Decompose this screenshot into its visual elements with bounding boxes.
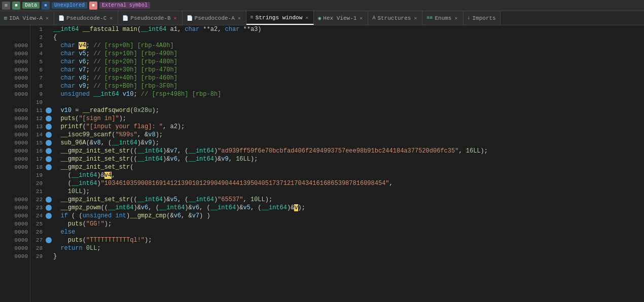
external-icon[interactable]: ■ [89,2,97,10]
tab-hex-close[interactable]: ✕ [359,15,364,21]
code-line-26: 26 else [30,228,644,236]
code-line-11: 11 v10 = __readfsqword(0x28u); [30,106,644,115]
code-line-21: 21 10LL); [30,187,644,196]
tab-pseudocode-a[interactable]: 📄 Pseudocode-A ✕ [183,11,246,25]
addr-row [0,33,30,42]
code-line-6: 6 char v7; // [rsp+30h] [rbp-470h] [30,66,644,74]
tab-hex-label: Hex View-1 [323,15,356,21]
tab-pseudocode-c-close[interactable]: ✕ [109,15,114,21]
addr-row: 0000 [0,163,30,171]
code-line-12: 12 puts("[sign in]"); [30,115,644,123]
addr-row: 0000 [0,196,30,204]
addr-row: 0000 [0,244,30,252]
addr-row: 0000 [0,82,30,90]
addr-row: 0000 [0,155,30,163]
addr-row: 0000 [0,228,30,236]
code-line-16: 16 __gmpz_init_set_str((__int64)&v7, (__… [30,147,644,155]
code-line-8: 8 char v9; // [rsp+B0h] [rbp-3F0h] [30,82,644,90]
addr-row [0,171,30,179]
tab-imports[interactable]: ↓ Imports [463,11,500,25]
unexplored-tag: Unexplored [52,2,87,9]
code-line-24: 24 if ( (unsigned int)__gmpz_cmp(&v6, &v… [30,212,644,220]
strings-icon: ≡ [251,15,254,20]
addr-row: 0000 [0,115,30,123]
addr-row: 0000 [0,147,30,155]
tab-bar: ⊞ IDA View-A ✕ 📄 Pseudocode-C ✕ 📄 Pseudo… [0,11,644,25]
data-tag: Data [22,2,40,9]
code-line-1: 1 __int64 __fastcall main(__int64 a1, ch… [30,25,644,33]
top-bar: ⊞ ■ Data ■ Unexplored ■ External symbol [0,0,644,11]
addr-row: 0000 [0,66,30,74]
tab-pseudocode-a-label: Pseudocode-A [195,15,235,21]
tab-structures[interactable]: A Structures ✕ [368,11,422,25]
tab-pseudocode-b-close[interactable]: ✕ [173,15,178,21]
main-content: 0000 0000 0000 0000 0000 0000 0000 0000 … [0,25,644,302]
addr-row: 0000 [0,106,30,115]
addr-row [0,98,30,106]
code-lines: 1 __int64 __fastcall main(__int64 a1, ch… [30,25,644,260]
addr-row [0,187,30,196]
tab-ida-label: IDA View-A [9,15,43,21]
tab-ida-close[interactable]: ✕ [45,15,50,21]
grid-icon[interactable]: ⊞ [2,2,10,10]
code-line-18: 18 __gmpz_init_set_str( [30,163,644,171]
top-bar-icons: ⊞ ■ Data ■ Unexplored ■ External symbol [2,2,150,10]
addr-row: 0000 [0,212,30,220]
code-line-4: 4 char v5; // [rsp+10h] [rbp-490h] [30,50,644,58]
pseudocode-c-icon: 📄 [58,15,64,21]
addr-row [0,179,30,187]
hex-icon: ◉ [318,15,321,21]
code-line-7: 7 char v8; // [rsp+40h] [rbp-460h] [30,74,644,82]
tab-structures-label: Structures [377,15,411,21]
tab-pseudocode-a-close[interactable]: ✕ [237,15,242,21]
tab-pseudocode-c-label: Pseudocode-C [66,15,106,21]
code-line-27: 27 puts("TTTTTTTTTTTql!"); [30,236,644,244]
tab-pseudocode-b[interactable]: 📄 Pseudocode-B ✕ [118,11,182,25]
tab-enums-label: Enums [435,15,451,21]
addr-row: 0000 [0,42,30,50]
unexplored-icon[interactable]: ■ [42,2,50,10]
code-line-29: 29 } [30,252,644,260]
addr-row: 0000 [0,220,30,228]
code-line-25: 25 puts("GG!"); [30,220,644,228]
tab-strings-close[interactable]: ✕ [304,15,309,21]
address-panel: 0000 0000 0000 0000 0000 0000 0000 0000 … [0,25,30,302]
addr-row: 0000 [0,252,30,260]
enums-icon: ≡≡ [426,15,433,21]
tab-enums[interactable]: ≡≡ Enums ✕ [422,11,463,25]
code-line-3: 3 char v4; // [rsp+0h] [rbp-4A0h] [30,42,644,50]
pseudocode-a-icon: 📄 [187,15,193,21]
tab-ida-view-a[interactable]: ⊞ IDA View-A ✕ [0,11,54,25]
addr-row: 0000 [0,236,30,244]
tab-pseudocode-b-label: Pseudocode-B [130,15,170,21]
code-line-13: 13 printf("[input your flag]: ", a2); [30,123,644,131]
code-line-17: 17 __gmpz_init_set_str((__int64)&v6, (__… [30,155,644,163]
addr-row: 0000 [0,204,30,212]
addr-row: 0000 [0,131,30,139]
imports-icon: ↓ [468,15,471,21]
code-line-15: 15 sub_96A(&v8, (__int64)&v9); [30,139,644,147]
data-icon[interactable]: ■ [12,2,20,10]
tab-strings-label: Strings window [256,15,302,21]
pseudocode-b-icon: 📄 [122,15,128,21]
code-line-19: 19 (__int64)&v4, [30,171,644,179]
tab-structures-close[interactable]: ✕ [413,15,418,21]
code-line-10: 10 [30,98,644,106]
addr-row [0,25,30,33]
code-line-9: 9 unsigned __int64 v10; // [rsp+498h] [r… [30,90,644,98]
tab-pseudocode-c[interactable]: 📄 Pseudocode-C ✕ [54,11,118,25]
tab-strings-window[interactable]: ≡ Strings window ✕ [246,11,314,25]
tab-hex-view[interactable]: ◉ Hex View-1 ✕ [314,11,368,25]
structures-icon: A [372,15,375,21]
addr-row: 0000 [0,123,30,131]
code-line-14: 14 __isoc99_scanf("%99s", &v8); [30,131,644,139]
addr-row: 0000 [0,50,30,58]
tab-imports-label: Imports [473,15,496,21]
code-panel[interactable]: 1 __int64 __fastcall main(__int64 a1, ch… [30,25,644,302]
code-line-20: 20 (__int64)"103461035900816914121390101… [30,179,644,187]
code-line-22: 22 __gmpz_init_set_str((__int64)&v5, (__… [30,196,644,204]
code-line-23: 23 __gmpz_powm((__int64)&v6, (__int64)&v… [30,204,644,212]
code-line-2: 2 { [30,33,644,42]
code-line-28: 28 return 0LL; [30,244,644,252]
tab-enums-close[interactable]: ✕ [453,15,458,21]
